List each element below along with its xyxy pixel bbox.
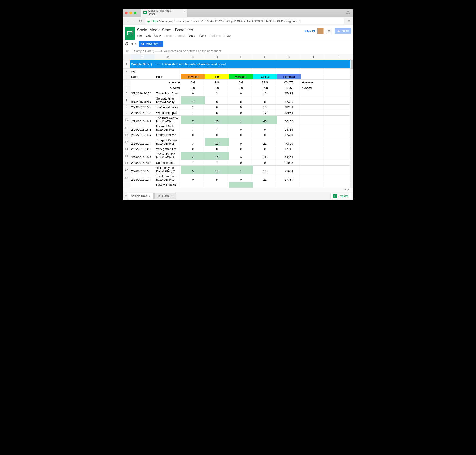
- column-header[interactable]: G: [277, 54, 301, 60]
- cell[interactable]: 0: [253, 132, 277, 138]
- cell[interactable]: [325, 74, 353, 80]
- cell[interactable]: 0: [229, 138, 253, 146]
- cell[interactable]: [325, 146, 353, 152]
- cell[interactable]: Average: [155, 80, 181, 85]
- cell[interactable]: 2/26/2016 10:2: [130, 146, 155, 152]
- cell[interactable]: The All-in-One http://buff.ly/2: [155, 152, 181, 160]
- cell[interactable]: 0: [181, 174, 205, 182]
- vertical-scrollbar[interactable]: [350, 60, 353, 188]
- cell[interactable]: 21664: [277, 166, 301, 174]
- cell[interactable]: 2/26/2016 12:4: [130, 132, 155, 138]
- select-all-corner[interactable]: [123, 54, 130, 60]
- browser-menu-button[interactable]: ≡: [347, 19, 352, 24]
- cell[interactable]: When one upvo: [155, 110, 181, 116]
- cell[interactable]: 0: [229, 96, 253, 105]
- row-header[interactable]: 5: [123, 85, 130, 91]
- cell[interactable]: [229, 182, 253, 188]
- cell[interactable]: 2/26/2016 15:5: [130, 124, 155, 132]
- cell[interactable]: 3: [181, 124, 205, 132]
- cell[interactable]: 21.3: [253, 80, 277, 85]
- cell[interactable]: [301, 138, 325, 146]
- column-header[interactable]: D: [205, 54, 229, 60]
- cell[interactable]: sep=: [130, 69, 155, 74]
- row-header[interactable]: 3: [123, 74, 130, 80]
- cell[interactable]: 7: [205, 160, 229, 166]
- sheet-tab-other[interactable]: Your Data ▼: [154, 193, 176, 199]
- cell[interactable]: 17411: [277, 146, 301, 152]
- row-header[interactable]: 11: [123, 124, 130, 132]
- cell[interactable]: Date: [130, 74, 155, 80]
- cell[interactable]: 14.0: [253, 85, 277, 91]
- cell[interactable]: The future frier http://buff.ly/1: [155, 174, 181, 182]
- cell[interactable]: 9.9: [205, 80, 229, 85]
- maximize-window-button[interactable]: [134, 12, 136, 14]
- cell[interactable]: 0: [229, 152, 253, 160]
- menu-data[interactable]: Data: [189, 34, 195, 37]
- cell[interactable]: [301, 152, 325, 160]
- cell[interactable]: [229, 69, 253, 74]
- cell[interactable]: 0: [229, 132, 253, 138]
- cell[interactable]: “If it’s on your - David Allen, G: [155, 166, 181, 174]
- user-avatar[interactable]: [317, 28, 324, 34]
- row-header[interactable]: 18: [123, 174, 130, 182]
- row-header[interactable]: 12: [123, 132, 130, 138]
- cell[interactable]: 10: [181, 96, 205, 105]
- cell[interactable]: Retweets: [181, 74, 205, 80]
- share-button[interactable]: Share: [335, 28, 351, 34]
- cell[interactable]: [325, 96, 353, 105]
- column-header[interactable]: I: [325, 54, 353, 60]
- cell[interactable]: 45: [253, 116, 277, 124]
- cell[interactable]: [301, 74, 325, 80]
- cell[interactable]: Grateful for the: [155, 132, 181, 138]
- cell[interactable]: [325, 116, 353, 124]
- cell[interactable]: 17466: [277, 96, 301, 105]
- row-header[interactable]: 10: [123, 116, 130, 124]
- cell[interactable]: [277, 69, 301, 74]
- cell[interactable]: [181, 182, 205, 188]
- cell[interactable]: 17484: [277, 91, 301, 96]
- cell[interactable]: 1: [181, 160, 205, 166]
- cell[interactable]: Sample Data :): [130, 60, 155, 69]
- row-header[interactable]: 13: [123, 138, 130, 146]
- row-header[interactable]: 6: [123, 91, 130, 96]
- cell[interactable]: 0.4: [229, 80, 253, 85]
- sign-in-link[interactable]: SIGN IN: [304, 29, 315, 32]
- cell[interactable]: 5: [181, 166, 205, 174]
- cell[interactable]: How to Human: [155, 182, 181, 188]
- minimize-window-button[interactable]: [129, 12, 132, 14]
- cell[interactable]: 21: [253, 174, 277, 182]
- row-header[interactable]: 1: [123, 60, 130, 69]
- column-header[interactable]: C: [181, 54, 205, 60]
- cell[interactable]: [325, 69, 353, 74]
- cell[interactable]: 0: [229, 146, 253, 152]
- cell[interactable]: 3: [181, 138, 205, 146]
- column-header[interactable]: B: [155, 54, 181, 60]
- cell[interactable]: Post: [155, 74, 181, 80]
- cell[interactable]: 3.4: [181, 80, 205, 85]
- cell[interactable]: 19: [205, 152, 229, 160]
- cell[interactable]: 17420: [277, 132, 301, 138]
- cell[interactable]: 13: [253, 105, 277, 110]
- cell[interactable]: 2/26/2016 11:4: [130, 138, 155, 146]
- cell[interactable]: [325, 160, 353, 166]
- cell[interactable]: [325, 152, 353, 160]
- cell[interactable]: 7 Expert Copyw http://buff.ly/2: [155, 138, 181, 146]
- cell[interactable]: 0: [229, 110, 253, 116]
- browser-tab[interactable]: Social Media Stats - Baseli ×: [141, 9, 187, 17]
- row-header[interactable]: 14: [123, 146, 130, 152]
- cell[interactable]: 1: [181, 110, 205, 116]
- cell[interactable]: 13: [253, 152, 277, 160]
- cell[interactable]: [277, 182, 301, 188]
- menu-format[interactable]: Format: [176, 34, 185, 37]
- column-header[interactable]: F: [253, 54, 277, 60]
- cell[interactable]: 0: [181, 132, 205, 138]
- row-header[interactable]: 7: [123, 96, 130, 105]
- cell[interactable]: [325, 110, 353, 116]
- cell[interactable]: 5: [205, 174, 229, 182]
- column-header[interactable]: H: [301, 54, 325, 60]
- row-header[interactable]: 15: [123, 152, 130, 160]
- cell[interactable]: 68,070: [277, 80, 301, 85]
- menu-tools[interactable]: Tools: [199, 34, 206, 37]
- cell[interactable]: [301, 166, 325, 174]
- cell[interactable]: 8: [205, 96, 229, 105]
